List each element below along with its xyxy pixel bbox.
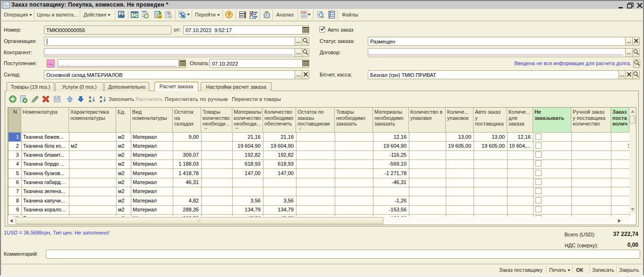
svg-text:Я: Я <box>89 99 91 103</box>
svg-text:?: ? <box>228 12 231 17</box>
svg-text:А: А <box>100 99 102 103</box>
svg-text:CML: CML <box>301 11 307 14</box>
